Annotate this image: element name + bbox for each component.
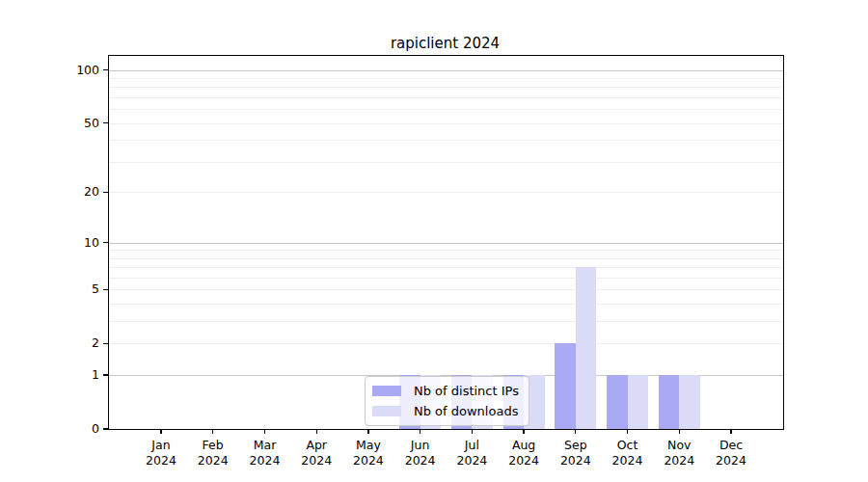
y-tick bbox=[103, 428, 109, 429]
legend-label-downloads: Nb of downloads bbox=[414, 404, 518, 418]
gridline-minor bbox=[109, 267, 783, 268]
x-tick bbox=[367, 429, 368, 434]
y-tick-label: 10 bbox=[51, 235, 99, 251]
x-tick bbox=[575, 429, 576, 434]
y-tick-label: 100 bbox=[51, 63, 99, 78]
y-tick bbox=[103, 374, 109, 375]
gridline-minor bbox=[109, 109, 783, 110]
figure: rapiclient 2024 Nb of distinct IPs Nb of… bbox=[0, 0, 868, 482]
gridline-minor bbox=[109, 97, 783, 98]
y-tick-label: 20 bbox=[51, 184, 99, 200]
bar-distinct-ips-oct bbox=[607, 375, 628, 429]
y-tick bbox=[103, 289, 109, 290]
gridline-minor bbox=[109, 278, 783, 279]
gridline-minor bbox=[109, 192, 783, 193]
x-tick bbox=[730, 429, 731, 434]
legend-swatch-downloads-icon bbox=[372, 406, 401, 416]
x-tick bbox=[679, 429, 680, 434]
plot-area: Nb of distinct IPs Nb of downloads 10050… bbox=[108, 55, 784, 430]
x-tick bbox=[264, 429, 265, 434]
y-tick-label: 50 bbox=[51, 116, 99, 131]
gridline-minor bbox=[109, 123, 783, 124]
bar-distinct-ips-sep bbox=[555, 343, 576, 429]
y-tick bbox=[103, 122, 109, 123]
gridline-major bbox=[109, 243, 783, 244]
x-tick bbox=[523, 429, 524, 434]
gridline-minor bbox=[109, 289, 783, 290]
chart-title: rapiclient 2024 bbox=[108, 35, 782, 52]
gridline-minor bbox=[109, 258, 783, 259]
legend-label-distinct-ips: Nb of distinct IPs bbox=[414, 384, 519, 398]
y-tick-label: 2 bbox=[51, 335, 99, 351]
x-tick bbox=[316, 429, 317, 434]
bar-downloads-sep bbox=[576, 267, 597, 429]
gridline-major bbox=[109, 70, 783, 71]
gridline-minor bbox=[109, 304, 783, 305]
gridline-minor bbox=[109, 250, 783, 251]
y-tick-label: 5 bbox=[51, 281, 99, 297]
legend-item: Nb of downloads bbox=[372, 404, 519, 418]
x-tick-label: Dec 2024 bbox=[691, 438, 772, 469]
gridline-minor bbox=[109, 343, 783, 344]
gridline-minor bbox=[109, 87, 783, 88]
y-tick bbox=[103, 69, 109, 70]
x-tick bbox=[212, 429, 213, 434]
y-tick bbox=[103, 242, 109, 243]
x-tick bbox=[627, 429, 628, 434]
x-tick bbox=[420, 429, 420, 434]
gridline-minor bbox=[109, 321, 783, 322]
x-tick bbox=[472, 429, 473, 434]
legend-item: Nb of distinct IPs bbox=[372, 384, 519, 398]
bar-downloads-nov bbox=[679, 375, 700, 429]
x-tick bbox=[160, 429, 161, 434]
gridline-minor bbox=[109, 78, 783, 79]
y-tick-label: 1 bbox=[51, 367, 99, 383]
y-tick-label: 0 bbox=[51, 421, 99, 437]
bar-distinct-ips-nov bbox=[659, 375, 680, 429]
bar-downloads-oct bbox=[628, 375, 649, 429]
legend-swatch-distinct-ips-icon bbox=[372, 386, 401, 396]
y-tick bbox=[103, 343, 109, 344]
y-tick bbox=[103, 192, 109, 193]
legend: Nb of distinct IPs Nb of downloads bbox=[365, 376, 529, 426]
gridline-minor bbox=[109, 140, 783, 141]
gridline-minor bbox=[109, 162, 783, 163]
